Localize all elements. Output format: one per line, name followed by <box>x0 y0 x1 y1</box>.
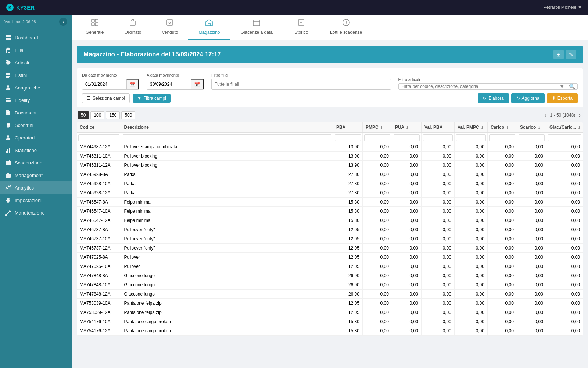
svg-rect-42 <box>92 23 94 26</box>
a-data-calendar-button[interactable]: 📅 <box>191 79 204 89</box>
cell-codice: MA746547-12A <box>77 216 121 225</box>
per-page-100[interactable]: 100 <box>90 111 104 119</box>
filter-pba-input[interactable] <box>335 134 361 141</box>
cell-pba: 13,90 <box>333 142 362 152</box>
tab-lotti-scadenze[interactable]: Lotti e scadenze <box>320 15 372 40</box>
filter-val-pmpc-input[interactable] <box>456 134 486 141</box>
cell-val-pmpc: 0,00 <box>454 280 487 290</box>
filter-fields-icon: ▼ <box>137 96 141 101</box>
magazzino-icon <box>205 18 213 28</box>
esporta-button[interactable]: ⬇ Esporta <box>547 93 578 103</box>
sidebar-item-fidelity-label: Fidelity <box>15 98 30 103</box>
svg-rect-8 <box>8 50 10 52</box>
cell-pmpc: 0,00 <box>362 152 392 161</box>
svg-rect-18 <box>7 113 9 113</box>
user-icon <box>5 135 11 141</box>
sidebar-item-scontrini[interactable]: Scontrini <box>0 119 72 131</box>
sidebar-item-listini[interactable]: Listini <box>0 69 72 81</box>
next-page-button[interactable]: › <box>577 112 582 118</box>
filter-pua-input[interactable] <box>394 134 420 141</box>
table-row: MA747025-10A Pullover 12,05 0,00 0,00 0,… <box>77 262 583 271</box>
cell-codice: MA747025-8A <box>77 253 121 262</box>
sidebar-collapse-button[interactable]: ‹ <box>59 18 67 26</box>
per-page-50[interactable]: 50 <box>78 111 89 119</box>
tab-giacenze-a-data[interactable]: Giacenze a data <box>230 15 283 40</box>
table-row: MA745928-8A Parka 27,80 0,00 0,00 0,00 0… <box>77 170 583 179</box>
filter-giac-caric-input[interactable] <box>548 134 581 141</box>
sidebar-item-fidelity[interactable]: Fidelity <box>0 94 72 106</box>
filter-carico-input[interactable] <box>489 134 515 141</box>
sidebar-item-manutenzione[interactable]: Manutenzione <box>0 206 72 219</box>
cell-giac-caric: 0,00 <box>546 198 583 207</box>
filter-scarico-input[interactable] <box>519 134 545 141</box>
th-val-pmpc: Val. PMPC ℹ <box>454 122 487 133</box>
cell-carico: 0,00 <box>487 299 517 308</box>
tab-storico[interactable]: Storico <box>283 15 320 40</box>
cell-val-pmpc: 0,00 <box>454 244 487 253</box>
cell-pua: 0,00 <box>392 225 421 234</box>
toggle-view-button[interactable]: ⊞ <box>553 50 564 59</box>
filter-val-pba-input[interactable] <box>423 134 453 141</box>
aggiorna-button[interactable]: ↻ Aggiorna <box>511 93 545 103</box>
tab-magazzino[interactable]: Magazzino <box>188 15 230 40</box>
list-icon <box>5 72 11 78</box>
search-icon-button[interactable]: 🔍 <box>567 84 577 89</box>
sidebar-item-statistiche[interactable]: Statistiche <box>0 144 72 156</box>
cell-pmpc: 0,00 <box>362 142 392 152</box>
sidebar-item-articoli[interactable]: Articoli <box>0 56 72 69</box>
sidebar-item-impostazioni[interactable]: Impostazioni <box>0 194 72 206</box>
sidebar-item-scadenziario-label: Scadenziario <box>15 160 42 166</box>
cell-carico: 0,00 <box>487 234 517 244</box>
filter-pmpc-input[interactable] <box>364 134 390 141</box>
filter-fields-button[interactable]: ▼ Filtra campi <box>133 94 171 103</box>
cell-codice: MA747848-8A <box>77 271 121 280</box>
th-giac-caric: Giac./Caric... ℹ <box>546 122 583 133</box>
sidebar-item-dashboard[interactable]: Dashboard <box>0 31 72 44</box>
sidebar-item-analytics[interactable]: Analytics <box>0 181 72 194</box>
prev-page-button[interactable]: ‹ <box>543 112 548 118</box>
filter-codice-input[interactable] <box>78 134 119 141</box>
filiali-input[interactable] <box>211 79 391 90</box>
cell-val-pba: 0,00 <box>421 271 454 280</box>
tab-generale[interactable]: Generale <box>75 15 114 40</box>
sidebar-item-operatori[interactable]: Operatori <box>0 131 72 144</box>
filter-descrizione-input[interactable] <box>123 134 331 141</box>
tab-ordinato[interactable]: Ordinato <box>114 15 151 40</box>
svg-rect-25 <box>7 149 8 153</box>
edit-button[interactable]: ✎ <box>566 50 576 59</box>
aggiorna-label: Aggiorna <box>522 96 539 101</box>
select-fields-button[interactable]: ☰ Seleziona campi <box>82 93 130 103</box>
cell-pba: 13,90 <box>333 161 362 170</box>
cell-carico: 0,00 <box>487 271 517 280</box>
scarico-info-icon: ℹ <box>538 125 540 130</box>
cell-scarico: 0,00 <box>517 290 546 299</box>
cell-val-pba: 0,00 <box>421 299 454 308</box>
articoli-input[interactable] <box>399 84 557 89</box>
table-row: MA746737-8A Pulloover "only" 12,05 0,00 … <box>77 225 583 234</box>
sidebar-item-filiali[interactable]: Filiali <box>0 44 72 56</box>
cell-carico: 0,00 <box>487 308 517 317</box>
sidebar-item-documenti[interactable]: Documenti <box>0 106 72 119</box>
per-page-500[interactable]: 500 <box>121 111 135 119</box>
filter-icon-button[interactable]: ▼ <box>557 84 567 89</box>
a-data-input[interactable] <box>147 79 191 89</box>
user-menu[interactable]: Petraroli Michele ▼ <box>544 5 582 10</box>
page-title: Magazzino - Elaborazione del 15/09/2024 … <box>83 51 221 58</box>
tab-venduto[interactable]: Venduto <box>151 15 188 40</box>
sidebar-item-management[interactable]: Management <box>0 169 72 181</box>
cell-scarico: 0,00 <box>517 262 546 271</box>
sidebar-item-management-label: Management <box>15 173 43 178</box>
cell-descrizione: Felpa minimal <box>121 216 333 225</box>
elabora-button[interactable]: ⟳ Elabora <box>478 93 509 103</box>
da-data-input[interactable] <box>82 79 126 89</box>
tab-storico-label: Storico <box>294 30 308 35</box>
da-data-calendar-button[interactable]: 📅 <box>126 79 139 89</box>
svg-rect-44 <box>130 21 135 25</box>
filter-fields-label: Filtra campi <box>143 96 166 101</box>
sidebar-item-scadenziario[interactable]: Scadenziario <box>0 156 72 169</box>
cell-val-pmpc: 0,00 <box>454 207 487 216</box>
cell-pmpc: 0,00 <box>362 188 392 198</box>
per-page-150[interactable]: 150 <box>106 111 120 119</box>
sidebar-item-anagrafiche[interactable]: Anagrafiche <box>0 81 72 94</box>
cell-giac-caric: 0,00 <box>546 225 583 234</box>
